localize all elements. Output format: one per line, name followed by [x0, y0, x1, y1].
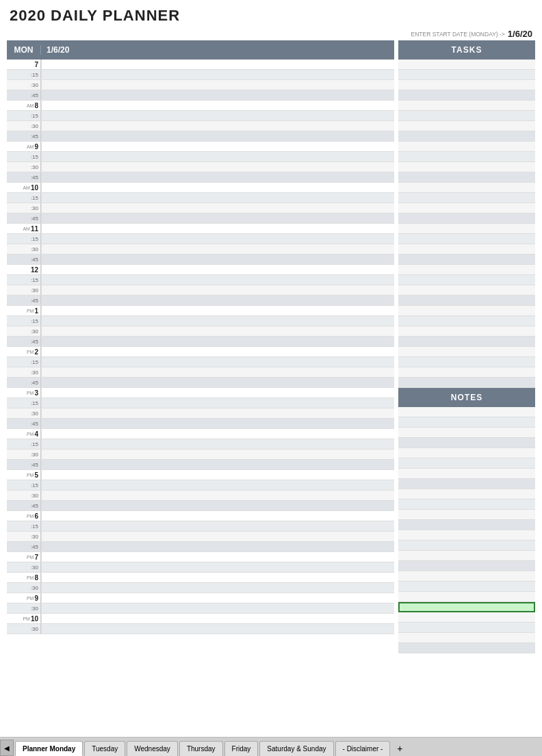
task-row[interactable] [398, 172, 535, 183]
time-row[interactable]: :15 [7, 152, 394, 162]
time-row[interactable]: :45 [7, 255, 394, 265]
time-row[interactable]: PM4 [7, 429, 394, 439]
time-slot[interactable] [41, 152, 394, 161]
task-row[interactable] [398, 111, 535, 121]
time-row[interactable]: :15 [7, 357, 394, 367]
task-row[interactable] [398, 152, 535, 162]
time-row[interactable]: :45 [7, 213, 394, 224]
note-row[interactable] [398, 551, 535, 561]
time-slot[interactable] [41, 275, 394, 285]
note-row[interactable] [398, 499, 535, 510]
time-row[interactable]: :15 [7, 275, 394, 285]
time-slot[interactable] [41, 121, 394, 131]
time-slot[interactable] [41, 491, 394, 500]
time-row[interactable]: :30 [7, 326, 394, 337]
time-slot[interactable] [41, 511, 394, 521]
time-slot[interactable] [41, 316, 394, 326]
note-row[interactable] [398, 428, 535, 438]
time-row[interactable]: PM5 [7, 470, 394, 480]
time-row[interactable]: :45 [7, 460, 394, 470]
time-slot[interactable] [41, 501, 394, 510]
time-slot[interactable] [41, 583, 394, 592]
time-slot[interactable] [41, 439, 394, 449]
time-row[interactable]: :15 [7, 193, 394, 203]
time-row[interactable]: :30 [7, 583, 394, 593]
time-row[interactable]: PM3 [7, 388, 394, 398]
time-row[interactable]: :15 [7, 70, 394, 80]
time-row[interactable]: PM6 [7, 511, 394, 521]
time-row[interactable]: :30 [7, 491, 394, 501]
note-row[interactable] [398, 510, 535, 520]
note-row[interactable] [398, 540, 535, 551]
time-row[interactable]: :15 [7, 316, 394, 326]
time-row[interactable]: :30 [7, 408, 394, 419]
tab---disclaimer--[interactable]: - Disclaimer - [335, 741, 391, 756]
tab-add-button[interactable]: + [393, 741, 406, 756]
time-slot[interactable] [41, 460, 394, 469]
time-row[interactable]: :45 [7, 378, 394, 388]
task-row[interactable] [398, 162, 535, 172]
time-slot[interactable] [41, 408, 394, 418]
note-row[interactable] [398, 582, 535, 592]
time-row[interactable]: :45 [7, 131, 394, 142]
time-row[interactable]: :30 [7, 162, 394, 172]
time-slot[interactable] [41, 234, 394, 244]
time-row[interactable]: AM9 [7, 142, 394, 152]
time-slot[interactable] [41, 203, 394, 213]
time-slot[interactable] [41, 337, 394, 346]
time-slot[interactable] [41, 378, 394, 387]
time-slot[interactable] [41, 388, 394, 397]
time-slot[interactable] [41, 624, 394, 634]
task-row[interactable] [398, 183, 535, 193]
task-row[interactable] [398, 255, 535, 265]
task-row[interactable] [398, 60, 535, 70]
time-slot[interactable] [41, 449, 394, 459]
time-row[interactable]: AM10 [7, 183, 394, 193]
time-row[interactable]: :30 [7, 80, 394, 90]
tab-saturday--sunday[interactable]: Saturday & Sunday [259, 741, 333, 756]
time-slot[interactable] [41, 285, 394, 295]
time-row[interactable]: :15 [7, 521, 394, 532]
time-slot[interactable] [41, 142, 394, 151]
time-slot[interactable] [41, 224, 394, 233]
note-row[interactable] [398, 571, 535, 582]
time-row[interactable]: :30 [7, 244, 394, 255]
note-row[interactable] [398, 407, 535, 417]
task-row[interactable] [398, 244, 535, 255]
time-row[interactable]: :45 [7, 419, 394, 429]
task-row[interactable] [398, 193, 535, 203]
tab-wednesday[interactable]: Wednesday [127, 741, 178, 756]
note-row[interactable] [398, 458, 535, 469]
time-row[interactable]: :30 [7, 121, 394, 131]
task-row[interactable] [398, 213, 535, 224]
time-slot[interactable] [41, 542, 394, 551]
time-slot[interactable] [41, 480, 394, 490]
time-row[interactable]: AM11 [7, 224, 394, 234]
time-row[interactable]: PM8 [7, 573, 394, 583]
task-row[interactable] [398, 337, 535, 347]
note-row[interactable] [398, 489, 535, 499]
task-row[interactable] [398, 378, 535, 388]
time-row[interactable]: :45 [7, 337, 394, 347]
time-row[interactable]: :30 [7, 203, 394, 213]
tab-thursday[interactable]: Thursday [179, 741, 223, 756]
task-row[interactable] [398, 347, 535, 357]
note-row[interactable] [398, 561, 535, 571]
time-slot[interactable] [41, 60, 394, 69]
time-slot[interactable] [41, 255, 394, 264]
time-slot[interactable] [41, 562, 394, 572]
note-row[interactable] [398, 623, 535, 633]
time-slot[interactable] [41, 603, 394, 613]
time-row[interactable]: :15 [7, 398, 394, 408]
note-row[interactable] [398, 530, 535, 540]
note-row[interactable] [398, 633, 535, 643]
task-row[interactable] [398, 285, 535, 296]
time-slot[interactable] [41, 614, 394, 623]
task-row[interactable] [398, 265, 535, 275]
time-row[interactable]: 7 [7, 60, 394, 70]
time-slot[interactable] [41, 429, 394, 439]
time-slot[interactable] [41, 347, 394, 356]
task-row[interactable] [398, 367, 535, 378]
time-slot[interactable] [41, 357, 394, 367]
time-slot[interactable] [41, 265, 394, 274]
